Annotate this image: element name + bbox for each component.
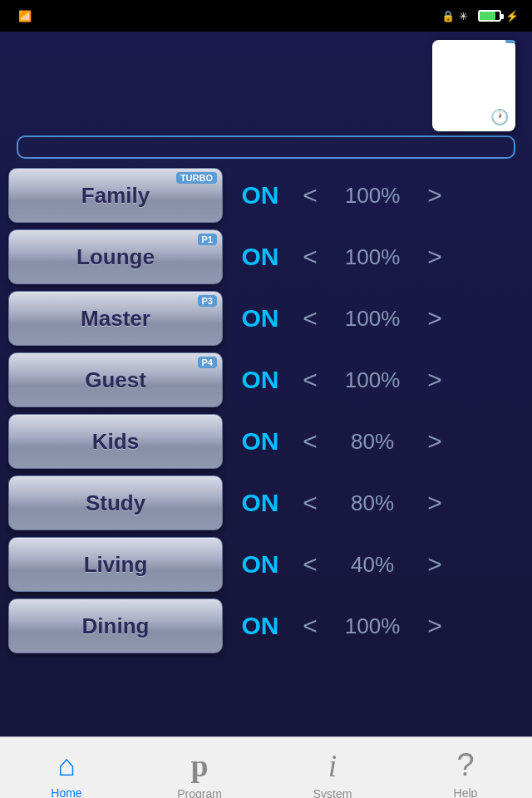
help-icon: ? [456,747,474,783]
main-content: 🕐 TURBO Family ON < 100% > P1 Lounge ON … [0,32,532,736]
zone-name: Dining [82,613,150,639]
ac-card[interactable]: 🕐 [432,40,515,131]
zone-percent: 80% [331,429,414,455]
zone-increase-button[interactable]: > [414,366,456,394]
zone-name: Guest [85,367,146,393]
tab-home[interactable]: ⌂ Home [0,737,133,798]
zone-status: ON [231,427,289,456]
zone-increase-button[interactable]: > [414,427,456,456]
lock-icon: 🔒 [441,10,455,22]
status-box [17,135,515,159]
zone-row-lounge: P1 Lounge ON < 100% > [8,229,524,285]
zone-percent: 40% [331,552,414,578]
zone-status: ON [231,612,289,640]
zone-increase-button[interactable]: > [414,304,456,332]
ac-card-badge [505,40,515,43]
zone-badge: TURBO [176,172,217,184]
tab-bar: ⌂ Home p Program i System ? Help [0,736,532,798]
tab-help[interactable]: ? Help [399,737,532,798]
clock-icon: 🕐 [490,108,509,126]
zone-button-dining[interactable]: Dining [8,598,223,653]
zone-row-dining: Dining ON < 100% > [8,598,524,654]
zone-percent: 100% [331,306,414,332]
zone-badge: P4 [198,357,217,368]
zone-increase-button[interactable]: > [414,550,456,579]
zone-name: Study [86,490,145,516]
zone-decrease-button[interactable]: < [289,243,331,271]
battery-icon [478,10,501,22]
zone-row-kids: Kids ON < 80% > [8,413,524,470]
zone-status: ON [231,489,289,517]
zone-percent: 100% [331,613,414,639]
zone-button-guest[interactable]: P4 Guest [8,352,223,407]
zone-status: ON [231,304,289,332]
tab-label-system: System [313,787,352,799]
zone-increase-button[interactable]: > [414,489,456,517]
zone-row-master: P3 Master ON < 100% > [8,290,524,347]
zone-button-study[interactable]: Study [8,475,223,530]
zone-decrease-button[interactable]: < [289,427,331,456]
zone-button-living[interactable]: Living [8,537,223,592]
zone-button-family[interactable]: TURBO Family [8,168,223,223]
zone-percent: 100% [331,244,414,270]
zone-percent: 100% [331,183,414,209]
zone-percent: 100% [331,367,414,393]
zone-decrease-button[interactable]: < [289,489,331,517]
zone-decrease-button[interactable]: < [289,550,331,579]
zone-row-study: Study ON < 80% > [8,475,524,531]
zone-decrease-button[interactable]: < [289,304,331,332]
zone-increase-button[interactable]: > [414,243,456,271]
zone-percent: 80% [331,490,414,516]
status-left: 📶 [13,10,32,22]
zone-increase-button[interactable]: > [414,612,456,640]
zone-badge: P3 [198,295,217,307]
tab-system[interactable]: i System [266,737,399,798]
zone-increase-button[interactable]: > [414,181,456,209]
zone-button-master[interactable]: P3 Master [8,291,223,346]
system-icon: i [328,747,337,784]
zone-decrease-button[interactable]: < [289,612,331,640]
zone-status: ON [231,181,289,209]
tab-label-help: Help [454,786,478,798]
zone-button-lounge[interactable]: P1 Lounge [8,229,223,284]
zone-decrease-button[interactable]: < [289,181,331,209]
zone-name: Master [81,306,150,332]
zone-button-kids[interactable]: Kids [8,414,223,469]
zone-row-living: Living ON < 40% > [8,536,524,593]
zone-row-family: TURBO Family ON < 100% > [8,167,524,224]
tab-label-program: Program [177,787,222,799]
charging-icon: ⚡ [505,10,519,22]
zone-name: Living [84,552,148,578]
zone-status: ON [231,243,289,271]
status-right: 🔒 ✳ ⚡ [441,10,519,22]
header: 🕐 [0,32,532,135]
zone-name: Lounge [76,244,155,270]
zone-status: ON [231,366,289,394]
zone-name: Kids [92,429,139,455]
bluetooth-icon: ✳ [459,10,468,22]
program-icon: p [190,747,208,784]
status-bar: 📶 🔒 ✳ ⚡ [0,0,532,32]
home-icon: ⌂ [57,748,76,783]
zone-list: TURBO Family ON < 100% > P1 Lounge ON < … [0,167,532,736]
tab-program[interactable]: p Program [133,737,266,798]
wifi-icon: 📶 [18,10,32,22]
zone-decrease-button[interactable]: < [289,366,331,394]
zone-badge: P1 [198,234,217,245]
tab-label-home: Home [51,786,81,799]
zone-row-guest: P4 Guest ON < 100% > [8,352,524,408]
zone-status: ON [231,550,289,579]
zone-name: Family [81,183,150,209]
